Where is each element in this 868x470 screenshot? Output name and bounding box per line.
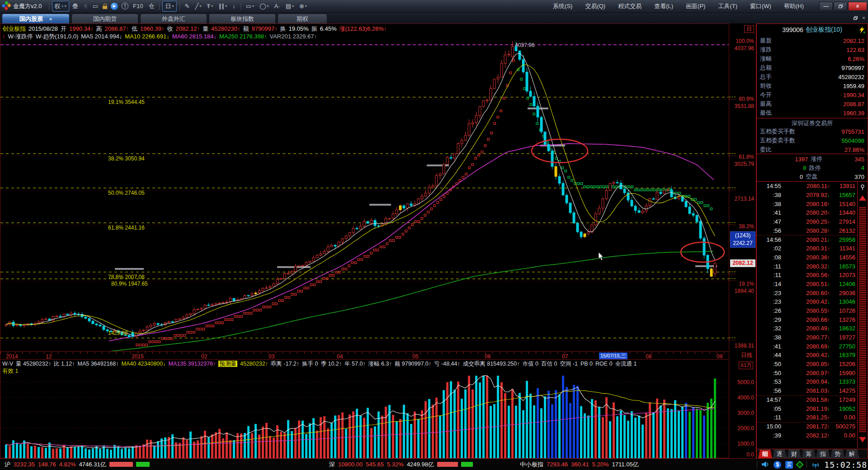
scroll-track[interactable] bbox=[859, 207, 866, 433]
menu-查看[interactable]: 查看(L) bbox=[648, 0, 679, 13]
header-seg: 亏 -48.44↑ bbox=[434, 361, 460, 367]
tick-row[interactable]: :502080.85↑15206 bbox=[757, 360, 857, 369]
caret-down-icon: ▾ bbox=[267, 4, 269, 8]
tab-国内股票[interactable]: 国内股票× bbox=[2, 14, 70, 24]
tick-row[interactable]: :112080.32↓16573 bbox=[757, 262, 857, 271]
tick-row[interactable]: :532080.94↓13373 bbox=[757, 377, 857, 386]
minimize-button[interactable]: — bbox=[819, 2, 833, 11]
menu-窗口[interactable]: 窗口(W) bbox=[744, 0, 778, 13]
tick-row[interactable]: :412080.69↓27750 bbox=[757, 342, 857, 351]
tick-list[interactable]: 14:552080.11↑13911:382079.92↓15657:38208… bbox=[757, 181, 857, 448]
tick-row[interactable]: :442080.42↓16379 bbox=[757, 351, 857, 360]
chart-panel[interactable]: 创业板指2015/08/28开1990.34↑高2086.87↑低1960.39… bbox=[0, 24, 756, 458]
tick-row[interactable]: :382079.92↓15657 bbox=[757, 191, 857, 200]
chart-style-button[interactable]: ▤▾ bbox=[283, 2, 296, 10]
tick-row[interactable]: :392082.12↑0.00 bbox=[757, 431, 857, 440]
tab-板块指数[interactable]: 板块指数 bbox=[209, 14, 276, 24]
ruler-tool-button[interactable]: ▭ bbox=[90, 2, 100, 10]
menu-程式交易[interactable]: 程式交易 bbox=[612, 0, 648, 13]
horn-icon[interactable] bbox=[761, 461, 769, 468]
scroll-up-arrow[interactable] bbox=[859, 195, 866, 201]
tick-time: :02 bbox=[760, 245, 781, 252]
draw-rect-button[interactable]: ▭▾ bbox=[244, 2, 256, 10]
position-button[interactable]: 仓 bbox=[146, 1, 156, 11]
draw-arrow-button[interactable]: ↓ bbox=[230, 2, 238, 10]
tick-row[interactable]: :322080.49↓18632 bbox=[757, 324, 857, 333]
tick-row[interactable]: :022080.31↑11341 bbox=[757, 244, 857, 253]
chart-header-quote-line: 创业板指2015/08/28开1990.34↑高2086.87↑低1960.39… bbox=[2, 25, 389, 33]
draw-circle-button[interactable]: ◯▾ bbox=[257, 2, 271, 10]
alert-icon[interactable]: ! bbox=[122, 3, 128, 9]
diamond-icon[interactable] bbox=[796, 461, 804, 469]
menu-工具[interactable]: 工具(T) bbox=[712, 0, 744, 13]
tab-close-icon[interactable]: × bbox=[49, 16, 52, 22]
lock-icon[interactable] bbox=[103, 4, 107, 9]
hand-tool-button[interactable]: ☝ bbox=[81, 2, 90, 10]
period-daily-badge[interactable]: 日 bbox=[744, 25, 754, 33]
panel-tab-逐[interactable]: 逐 bbox=[773, 450, 787, 459]
tick-row[interactable]: 14:552080.11↑13911 bbox=[757, 182, 857, 191]
tick-row[interactable]: :412080.20↑13440 bbox=[757, 208, 857, 217]
panel-tab-指[interactable]: 指 bbox=[816, 450, 830, 459]
tick-row[interactable]: :232080.60↑29036 bbox=[757, 288, 857, 297]
close-button[interactable]: × bbox=[848, 2, 867, 11]
tab-外盘外汇[interactable]: 外盘外汇 bbox=[140, 14, 207, 24]
panel-tab-筹[interactable]: 筹 bbox=[802, 450, 816, 459]
tick-row[interactable]: :382080.77↑19727 bbox=[757, 333, 857, 342]
tick-row[interactable]: :112080.56↑12073 bbox=[757, 271, 857, 280]
tick-row[interactable]: :472080.25↑27914 bbox=[757, 217, 857, 226]
tick-row[interactable]: :562081.03↑14275 bbox=[757, 386, 857, 395]
tick-scrollbar[interactable] bbox=[857, 181, 868, 448]
panel-tab-财[interactable]: 财 bbox=[787, 450, 801, 459]
tick-row[interactable]: :562080.28↑26132 bbox=[757, 226, 857, 235]
tick-row[interactable]: :052081.19↓19052 bbox=[757, 404, 857, 413]
tab-期权[interactable]: 期权 bbox=[278, 14, 327, 24]
menu-系统[interactable]: 系统(S) bbox=[547, 0, 579, 13]
tick-row[interactable]: :232080.42↓13046 bbox=[757, 297, 857, 306]
dollar-icon[interactable]: $ bbox=[774, 461, 781, 469]
panel-tab-解[interactable]: 解 bbox=[845, 450, 859, 459]
tick-row[interactable]: 14:562080.21↓25958 bbox=[757, 235, 857, 244]
child-close-icon[interactable]: × bbox=[862, 15, 865, 21]
draw-pencil-button[interactable]: ✎ bbox=[183, 2, 192, 10]
pin-icon[interactable] bbox=[860, 184, 865, 191]
buy-icon[interactable]: 买 bbox=[785, 461, 793, 469]
tick-row[interactable]: :292080.66↑13276 bbox=[757, 315, 857, 324]
draw-text-button[interactable]: A· bbox=[272, 2, 283, 10]
panel-tab-细[interactable]: 细 bbox=[758, 450, 772, 459]
overlay-button[interactable]: 叠 bbox=[70, 1, 80, 11]
draw-line-button[interactable]: ╱▾ bbox=[193, 2, 203, 10]
tick-time: :38 bbox=[760, 201, 781, 207]
lightning-icon[interactable]: + bbox=[859, 26, 866, 34]
panel-tab-势[interactable]: 势 bbox=[830, 450, 844, 459]
draw-vband-button[interactable]: ∥∥▾ bbox=[216, 2, 229, 10]
antenna-icon[interactable] bbox=[811, 461, 820, 469]
scroll-down-arrow[interactable] bbox=[859, 437, 866, 442]
draw-hline-button[interactable]: Ŧ▾ bbox=[204, 2, 215, 10]
tick-row[interactable]: :082080.36↑14556 bbox=[757, 253, 857, 262]
time-label: 09 bbox=[717, 353, 722, 360]
globe-button[interactable]: ⊕▾ bbox=[297, 2, 309, 10]
tab-国内期货[interactable]: 国内期货 bbox=[71, 14, 138, 24]
quote-row: 总额9790997 bbox=[757, 63, 868, 72]
tick-row[interactable]: :112081.25↑0.00 bbox=[757, 413, 857, 422]
restore-button[interactable] bbox=[834, 2, 847, 11]
menu-画面[interactable]: 画面(P) bbox=[679, 0, 712, 13]
tick-row[interactable]: :502080.97↑15990 bbox=[757, 368, 857, 377]
level-value: 27.86% bbox=[844, 146, 864, 153]
menu-交易[interactable]: 交易(Q) bbox=[579, 0, 612, 13]
index-amount: 4249.98亿 bbox=[407, 461, 434, 469]
menu-帮助[interactable]: 帮助(H) bbox=[778, 0, 810, 13]
f10-info-button[interactable]: F10 bbox=[131, 2, 145, 10]
tick-row[interactable]: :382080.16↑15140 bbox=[757, 199, 857, 208]
axis-label: 19.1% bbox=[739, 281, 754, 287]
rights-adjust-button[interactable]: 权+▾ bbox=[52, 1, 69, 12]
tick-row[interactable]: :262080.55↑10726 bbox=[757, 306, 857, 315]
tick-row[interactable]: :142080.51↓12406 bbox=[757, 280, 857, 289]
play-icon[interactable]: ▶ bbox=[111, 3, 118, 10]
tick-row[interactable]: 15:002081.72↑500275 bbox=[757, 422, 857, 431]
child-restore-icon[interactable] bbox=[854, 16, 858, 20]
period-daily-button[interactable]: 日▾ bbox=[162, 1, 176, 12]
volume-chart[interactable] bbox=[0, 369, 729, 459]
tick-row[interactable]: 14:572081.58↑17249 bbox=[757, 395, 857, 404]
